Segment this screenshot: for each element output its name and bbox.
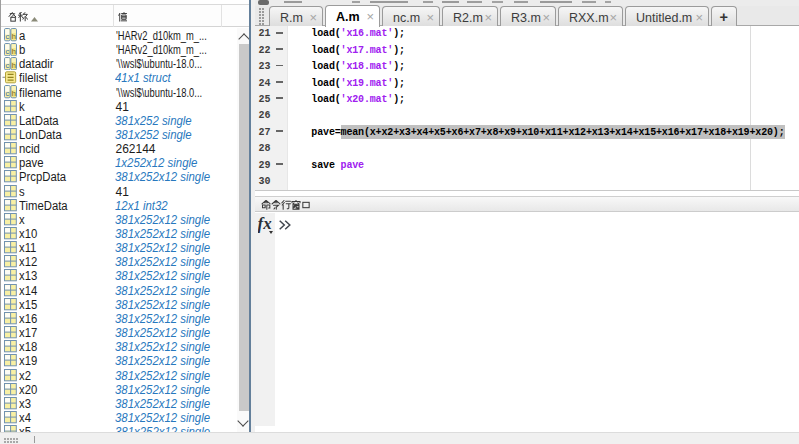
svg-text:h: h bbox=[11, 32, 15, 41]
svg-text:c: c bbox=[5, 60, 9, 69]
svg-text:h: h bbox=[11, 89, 15, 98]
svg-text:c: c bbox=[5, 89, 9, 98]
svg-text:c: c bbox=[5, 46, 9, 55]
svg-text:c: c bbox=[5, 32, 9, 41]
svg-text:h: h bbox=[11, 46, 15, 55]
svg-text:h: h bbox=[11, 60, 15, 69]
